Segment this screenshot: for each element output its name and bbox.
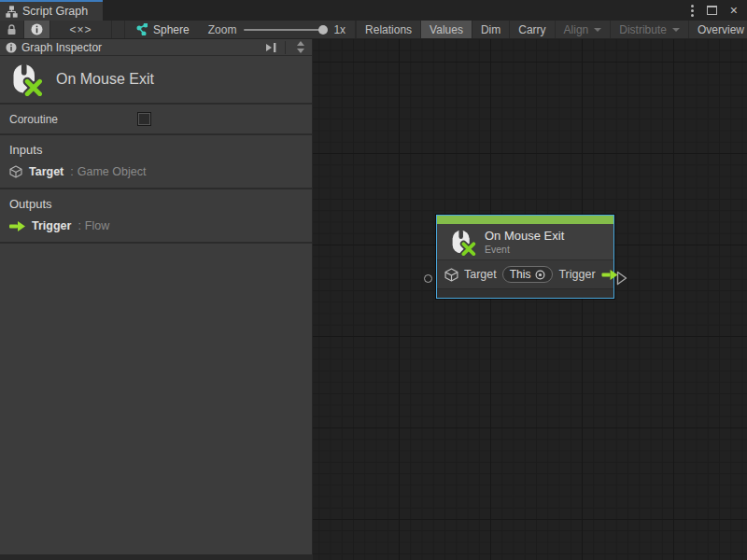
graph-inspector-header: Graph Inspector — [0, 39, 312, 56]
toolbar-divider — [112, 21, 125, 38]
chevron-down-icon — [594, 28, 601, 32]
carry-button[interactable]: Carry — [510, 21, 555, 38]
port-name: Trigger — [32, 219, 71, 232]
close-icon[interactable]: × — [730, 4, 738, 17]
tab-title: Script Graph — [22, 5, 88, 18]
flow-arrow-icon — [9, 221, 25, 231]
node-title: On Mouse Exit — [485, 229, 564, 244]
info-icon — [6, 42, 17, 53]
window-menu-icon[interactable] — [691, 5, 694, 17]
edit-script-button[interactable]: <×> — [50, 21, 112, 38]
target-value-button[interactable]: This — [502, 266, 554, 283]
zoom-slider[interactable] — [244, 29, 326, 31]
node-on-mouse-exit[interactable]: On Mouse Exit Event Target This — [436, 215, 614, 299]
cube-icon — [9, 165, 22, 178]
distribute-dropdown[interactable]: Distribute — [611, 21, 689, 38]
selected-unit-header: On Mouse Exit — [0, 56, 312, 105]
window-controls: × — [691, 0, 747, 21]
target-port-label: Target — [464, 268, 497, 281]
zoom-control: Zoom 1x — [199, 21, 355, 38]
inspector-toggle-button[interactable] — [24, 21, 50, 38]
object-picker-icon — [535, 270, 545, 280]
mouse-exit-icon — [9, 63, 43, 96]
coroutine-row: Coroutine — [0, 105, 312, 135]
outputs-heading: Outputs — [9, 197, 303, 211]
node-subtitle: Event — [485, 244, 564, 255]
lock-icon — [7, 24, 17, 35]
values-label: Values — [430, 23, 463, 36]
panel-spinner[interactable] — [293, 41, 308, 53]
tab-script-graph[interactable]: Script Graph — [0, 0, 103, 21]
flow-arrow-icon[interactable] — [601, 270, 618, 280]
node-footer — [437, 288, 613, 298]
dim-button[interactable]: Dim — [472, 21, 510, 38]
graph-canvas[interactable]: On Mouse Exit Event Target This — [313, 39, 747, 560]
chevron-down-icon — [672, 28, 680, 32]
overview-button[interactable]: Overview — [689, 21, 747, 38]
align-dropdown[interactable]: Align — [556, 21, 612, 38]
script-machine-icon — [134, 23, 148, 35]
lock-button[interactable] — [0, 21, 24, 38]
coroutine-checkbox[interactable] — [137, 112, 151, 126]
node-header[interactable]: On Mouse Exit Event — [437, 224, 613, 260]
zoom-label: Zoom — [208, 23, 237, 36]
distribute-label: Distribute — [619, 23, 667, 36]
inputs-section: Inputs Target : Game Object — [0, 135, 312, 189]
node-accent-bar — [437, 216, 613, 224]
graph-inspector-panel: Graph Inspector — [0, 39, 313, 554]
info-icon — [31, 23, 43, 35]
node-port-row: Target This Trigger — [437, 260, 613, 288]
window-tab-bar: Script Graph × — [0, 0, 747, 21]
graph-toolbar: <×> Sphere Zoom 1x Relations Values Dim — [0, 21, 747, 39]
cube-icon — [444, 268, 458, 282]
zoom-slider-handle[interactable] — [318, 25, 328, 35]
panel-title: Graph Inspector — [21, 41, 260, 54]
carry-label: Carry — [518, 23, 545, 36]
align-label: Align — [564, 23, 589, 36]
unit-title: On Mouse Exit — [56, 71, 154, 88]
port-type: Flow — [85, 219, 109, 232]
target-value: This — [510, 268, 531, 281]
dim-label: Dim — [481, 23, 500, 36]
port-separator: : — [70, 165, 73, 178]
outputs-section: Outputs Trigger : Flow — [0, 189, 312, 244]
zoom-value: 1x — [333, 23, 345, 36]
maximize-icon[interactable] — [707, 6, 717, 15]
panel-empty-area — [0, 244, 312, 554]
code-icon: <×> — [69, 23, 92, 36]
list-item: Trigger : Flow — [9, 219, 303, 232]
trigger-port-label: Trigger — [558, 268, 595, 281]
script-graph-icon — [6, 6, 18, 18]
graph-name-label: Sphere — [153, 23, 190, 36]
relations-button[interactable]: Relations — [356, 21, 421, 38]
port-separator: : — [78, 219, 80, 232]
overview-label: Overview — [698, 23, 744, 36]
relations-label: Relations — [365, 23, 412, 36]
graph-asset-breadcrumb[interactable]: Sphere — [125, 21, 199, 38]
values-button[interactable]: Values — [421, 21, 472, 38]
node-output-connection-port[interactable] — [616, 271, 627, 286]
coroutine-label: Coroutine — [9, 113, 58, 126]
dock-panel-icon[interactable] — [264, 42, 277, 53]
header-divider — [285, 41, 286, 54]
port-name: Target — [29, 165, 63, 178]
port-type: Game Object — [78, 165, 147, 178]
mouse-exit-icon — [449, 229, 476, 256]
list-item: Target : Game Object — [9, 165, 303, 178]
node-input-connection-port[interactable] — [424, 274, 432, 283]
inputs-heading: Inputs — [9, 143, 303, 157]
